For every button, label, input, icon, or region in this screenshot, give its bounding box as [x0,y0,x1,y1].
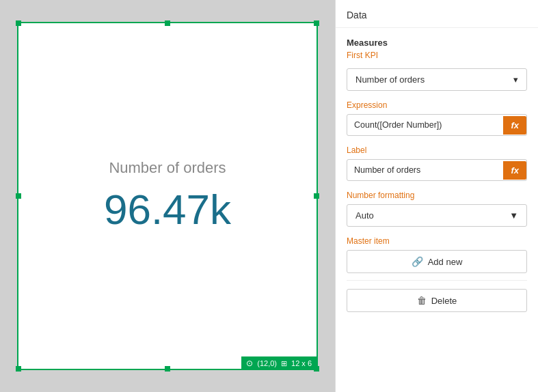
handle-middle-left[interactable] [16,193,21,199]
handle-top-right[interactable] [314,20,319,26]
measure-dropdown-label: Number of orders [355,74,425,85]
kpi-label: Number of orders [109,159,226,177]
kpi-value: 96.47k [104,185,231,234]
handle-bottom-left[interactable] [16,366,21,372]
label-input[interactable] [347,160,503,180]
expression-fx-button[interactable]: fx [503,116,526,135]
number-formatting-value: Auto [355,210,374,221]
panel-header: Data [336,0,538,28]
label-fx-button[interactable]: fx [503,161,526,180]
widget-size: 12 x 6 [291,359,312,367]
handle-top-left[interactable] [16,20,21,26]
position-icon: ⊙ [246,359,253,368]
handle-middle-right[interactable] [314,193,319,199]
number-formatting-select[interactable]: Auto ▼ [347,204,527,227]
delete-label: Delete [431,296,457,306]
number-formatting-label: Number formatting [347,191,527,200]
label-field-label: Label [347,145,527,155]
measures-section: Measures First KPI Number of orders ▾ Ex… [336,28,538,318]
add-new-label: Add new [428,257,463,267]
grid-icon: ⊞ [281,359,287,368]
measure-dropdown[interactable]: Number of orders ▾ [347,68,527,91]
expression-input[interactable] [347,115,503,135]
master-item-label: Master item [347,236,527,246]
kpi-widget[interactable]: Number of orders 96.47k ⊙ (12,0) ⊞ 12 x … [17,22,318,370]
handle-top-center[interactable] [165,20,170,26]
widget-position: (12,0) [257,359,277,367]
right-panel: Data Measures First KPI Number of orders… [335,0,538,392]
label-input-row: fx [347,159,527,181]
canvas-area: Number of orders 96.47k ⊙ (12,0) ⊞ 12 x … [0,0,335,392]
expression-input-row: fx [347,114,527,136]
delete-button[interactable]: 🗑 Delete [347,289,527,312]
measures-title: Measures [347,38,527,48]
kpi-subtitle: First KPI [347,51,527,60]
link-icon: 🔗 [412,256,423,267]
chevron-down-icon: ▾ [513,74,518,85]
panel-title: Data [347,10,367,20]
handle-bottom-center[interactable] [165,366,170,372]
trash-icon: 🗑 [417,295,427,306]
number-formatting-chevron-icon: ▼ [509,210,518,221]
widget-info-bar: ⊙ (12,0) ⊞ 12 x 6 [241,356,317,370]
add-new-button[interactable]: 🔗 Add new [347,250,527,273]
divider [347,280,527,281]
expression-label: Expression [347,100,527,110]
